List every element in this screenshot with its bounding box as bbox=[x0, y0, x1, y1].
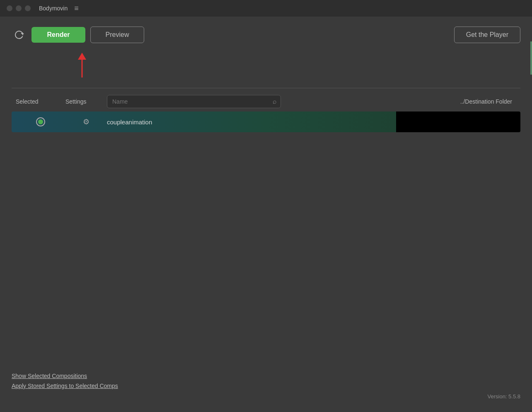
toolbar: Render Preview Get the Player bbox=[12, 27, 520, 43]
menu-icon[interactable]: ≡ bbox=[74, 4, 79, 13]
refresh-icon[interactable] bbox=[12, 27, 27, 42]
row-destination-cell[interactable] bbox=[396, 111, 520, 132]
traffic-light-close[interactable] bbox=[7, 5, 12, 11]
col-header-destination: ../Destination Folder bbox=[310, 98, 516, 105]
divider bbox=[12, 88, 520, 88]
row-name-cell: coupleanimation bbox=[107, 119, 396, 126]
col-header-selected: Selected bbox=[16, 98, 65, 105]
row-radio[interactable] bbox=[36, 117, 45, 126]
radio-inner bbox=[38, 119, 43, 124]
traffic-lights bbox=[7, 5, 31, 11]
right-accent-bar bbox=[530, 41, 532, 75]
version-label: Version: 5.5.8 bbox=[12, 393, 520, 400]
arrow-annotation bbox=[12, 55, 520, 84]
title-bar: Bodymovin ≡ bbox=[0, 0, 532, 17]
search-wrap: ⌕ bbox=[107, 95, 281, 108]
row-gear-icon[interactable]: ⚙ bbox=[83, 117, 89, 126]
column-headers: Selected Settings ⌕ ../Destination Folde… bbox=[12, 95, 520, 108]
row-selected-cell bbox=[16, 117, 65, 126]
search-icon: ⌕ bbox=[273, 98, 277, 105]
apply-stored-link[interactable]: Apply Stored Settings to Selected Comps bbox=[12, 383, 520, 389]
render-button[interactable]: Render bbox=[31, 27, 85, 43]
table-body: ⚙ coupleanimation bbox=[12, 111, 520, 373]
traffic-light-minimize[interactable] bbox=[16, 5, 22, 11]
show-selected-link[interactable]: Show Selected Compositions bbox=[12, 373, 520, 379]
main-content: Render Preview Get the Player Selected S… bbox=[0, 17, 532, 412]
arrow-icon bbox=[74, 51, 90, 80]
table-row: ⚙ coupleanimation bbox=[12, 111, 520, 132]
col-header-name: ⌕ bbox=[107, 95, 310, 108]
search-input[interactable] bbox=[107, 95, 281, 108]
svg-marker-0 bbox=[21, 32, 24, 34]
app-title: Bodymovin bbox=[39, 5, 68, 12]
get-player-button[interactable]: Get the Player bbox=[454, 27, 520, 43]
traffic-light-maximize[interactable] bbox=[25, 5, 31, 11]
row-settings-cell: ⚙ bbox=[65, 117, 107, 126]
preview-button[interactable]: Preview bbox=[90, 27, 144, 43]
footer: Show Selected Compositions Apply Stored … bbox=[12, 373, 520, 404]
col-header-settings: Settings bbox=[65, 98, 107, 105]
svg-marker-2 bbox=[78, 53, 86, 60]
